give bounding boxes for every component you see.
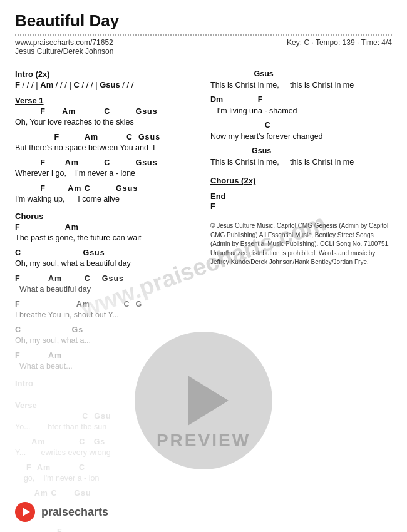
chorus-stanza-3: F Am C Gsus What a beautiful day [15,274,198,295]
intro-chord-gsus: Gsus [100,80,120,90]
chord-line: F Am C Gsus [15,158,198,168]
lyric-line: go, I'm never a - lon [15,473,198,484]
rc-chord: Gsus [210,69,392,79]
chord-line: F Am C Gsus [15,132,198,142]
preview-play-circle[interactable]: PREVIEW [135,332,272,469]
chord-line: F Am C Gsus [15,106,198,116]
intro-chords: F / / / | Am / / / | C / / / | Gsus / / … [15,80,198,90]
song-title: Beautiful Day [15,11,392,31]
chord-line: F Am C Gsus [15,274,198,284]
intro-slash-f: / / / | [23,80,41,90]
song-url-artist: www.praisecharts.com/71652 Jesus Culture… [15,38,113,56]
lyric-line: Oh, my soul, what a beautiful day [15,258,198,270]
chorus-stanza-4: F Am C G I breathe You in, shout out Y..… [15,299,198,321]
rc-stanza-2: Dm F I'm living una - shamed [210,95,392,117]
footer-brand: praisecharts [41,506,108,519]
rc-stanza-4: Gsus This is Christ in me, this is Chris… [210,146,392,168]
verse1-stanza-3: F Am C Gsus Wherever I go, I'm never a -… [15,158,198,180]
copyright-text: © Jesus Culture Music, Capitol CMG Genes… [210,222,392,267]
intro-chord-c: C [74,80,80,90]
lyric-line: The past is gone, the future can wait [15,232,198,244]
preview-circle-container[interactable]: PREVIEW [135,332,272,469]
rc-end-label: End [210,192,392,201]
intro-label: Intro (2x) [15,69,198,79]
play-icon [188,376,229,426]
chorus2-stanza-1: F st is in the grave [15,527,198,532]
song-tempo: Tempo: 139 [316,38,355,47]
chorus-label: Chorus [15,212,198,221]
song-key-tempo-time: Key: C · Tempo: 139 · Time: 4/4 [287,38,392,56]
song-key: Key: C [287,38,309,47]
intro-chord-f: F [15,80,20,90]
meta-row: www.praisecharts.com/71652 Jesus Culture… [15,38,392,56]
verse1-stanza-4: F Am C Gsus I'm waking up, I come alive [15,183,198,205]
rc-chord: C [210,121,392,130]
footer: praisecharts [15,498,392,526]
chord-line: Am C Gsu [15,488,198,498]
preview-label: PREVIEW [157,431,250,451]
song-time: Time: 4/4 [361,38,392,47]
verse1-stanza-2: F Am C Gsus But there's no space between… [15,132,198,154]
verse1-label: Verse 1 [15,96,198,105]
chord-line: F [15,527,198,532]
chord-line: F Am [15,222,198,232]
lyric-line: I breathe You in, shout out Y... [15,309,198,321]
chorus-stanza-2: C Gsus Oh, my soul, what a beautiful day [15,248,198,270]
rc-chorus-label: Chorus (2x) [210,176,392,185]
footer-logo[interactable] [15,502,35,522]
lyric-line: Wherever I go, I'm never a - lone [15,168,198,180]
lyric-line: Oh, Your love reaches to the skies [15,116,198,128]
lyric-line: But there's no space between You and I [15,142,198,154]
intro-chord-am: Am [40,80,53,90]
song-url: www.praisecharts.com/71652 [15,38,113,47]
rc-stanza-1: Gsus This is Christ in me, this is Chris… [210,69,392,91]
lyric-line: I'm waking up, I come alive [15,193,198,205]
chorus-stanza-1: F Am The past is gone, the future can wa… [15,222,198,244]
rc-chord: Dm F [210,95,392,105]
rc-chord: Gsus [210,146,392,156]
footer-play-icon [23,508,30,516]
chord-line: C Gsus [15,248,198,258]
lyric-line: What a beautiful day [15,284,198,295]
rc-lyric: This is Christ in me, this is Christ in … [210,79,392,91]
chord-line: F Am C G [15,299,198,309]
song-artist: Jesus Culture/Derek Johnson [15,47,113,56]
rc-stanza-3: C Now my heart's forever changed [210,121,392,143]
rc-end-chord: F [210,202,392,212]
rc-lyric: This is Christ in me, this is Christ in … [210,156,392,168]
verse1-stanza-1: F Am C Gsus Oh, Your love reaches to the… [15,106,198,128]
page: Beautiful Day www.praisecharts.com/71652… [0,0,407,532]
rc-lyric: I'm living una - shamed [210,105,392,117]
chord-line: F Am C Gsus [15,183,198,193]
dotted-divider [15,34,392,36]
rc-lyric: Now my heart's forever changed [210,130,392,143]
